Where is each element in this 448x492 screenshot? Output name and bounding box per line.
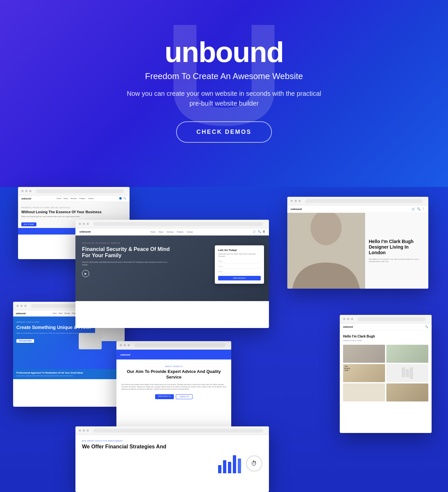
browser-bar-5 (116, 341, 231, 350)
card3-content: Hello I'm Clark Bugh Designer Living In … (287, 213, 428, 289)
browser-url (93, 429, 263, 433)
card2-form-name[interactable]: Name (218, 260, 261, 263)
demo-card-portfolio[interactable]: unbound 🔍 Hello I'm Clark Bugh Designer … (340, 315, 432, 433)
card2-form-submit[interactable]: SEND REQUEST (218, 276, 261, 280)
demo-card-financial[interactable]: unbound Home About Services Projects Con… (75, 220, 269, 328)
card7-chart-area: ⏱ (216, 452, 262, 475)
card1-nav-icons: 🔵 🔍 (119, 197, 126, 200)
card7-content: BUD SMART EFFECTIVE MANAGEMENT We Offer … (75, 435, 269, 492)
card2-nav-links: Home About Services Projects Contact (151, 231, 193, 233)
demo-card-portrait[interactable]: unbound 🛒 🔍 ⋮ Hello I'm Cla (287, 197, 428, 289)
card2-hero-content: SPECIALIST IN FINANCIAL SERVICE Financia… (82, 242, 174, 277)
browser-url (357, 317, 426, 321)
browser-dot (87, 429, 89, 432)
browser-dot (79, 429, 81, 432)
card4-hero-btn[interactable]: DISCOVER MORE (16, 339, 34, 343)
card1-hero-sub: PROMOTE PRODUCTS AND ONLINE SERVICES (21, 207, 126, 209)
card2-desc: Keep the whole family comfortable with f… (82, 261, 174, 266)
card5-desc: Sed maximus risus tristique viverra dapi… (121, 383, 226, 391)
browser-dot (24, 305, 27, 307)
svg-rect-3 (223, 460, 226, 473)
portfolio-item-4 (386, 364, 428, 382)
portfolio-item-1 (343, 345, 385, 363)
check-demos-button[interactable]: CHECK DEMOS (176, 121, 272, 143)
browser-url (134, 343, 225, 347)
browser-bar-2 (75, 220, 269, 228)
card5-buttons: MORE ABOUT US CONTACT US (121, 394, 226, 399)
card6-logo: unbound (343, 326, 353, 328)
card6-sub: Designer Living In London (343, 339, 428, 341)
svg-rect-2 (218, 465, 221, 473)
card2-form-email[interactable]: Email (218, 271, 261, 274)
financial-chart (216, 452, 243, 475)
card1-nav: unbound Home About Services Projects Con… (18, 195, 130, 202)
browser-dot (83, 223, 85, 225)
card4-bottom: Professional Approach To Realization Of … (13, 369, 125, 379)
browser-dot (351, 318, 353, 320)
hero-subtitle: Freedom To Create An Awesome Website (145, 71, 303, 81)
clock-icon: ⏱ (246, 455, 262, 472)
portfolio-item-6 (386, 383, 428, 401)
card5-sub: ABOUT AGENCIX (121, 365, 226, 367)
browser-dot (87, 223, 89, 225)
portfolio-item-2 (386, 345, 428, 363)
card2-play-button[interactable]: ▶ (82, 270, 89, 277)
card2-title: Financial Security & Peace Of Mind For Y… (82, 246, 174, 258)
card5-contact-btn[interactable]: CONTACT US (176, 394, 193, 399)
card2-sub: SPECIALIST IN FINANCIAL SERVICE (82, 242, 174, 244)
browser-dot (20, 305, 23, 307)
card6-nav: unbound 🔍 (340, 323, 432, 331)
browser-bar-7 (75, 426, 269, 435)
browser-dot (83, 429, 85, 432)
svg-rect-4 (228, 462, 231, 473)
card3-person-image (287, 213, 365, 289)
card4-bottom-title: Professional Approach To Realization Of … (16, 372, 121, 374)
demo-card-financial-bottom[interactable]: BUD SMART EFFECTIVE MANAGEMENT We Offer … (75, 426, 269, 492)
portfolio-item-5 (343, 383, 385, 401)
browser-dot (124, 344, 126, 346)
card5-content-area: ABOUT AGENCIX Our Aim To Provide Expert … (116, 359, 231, 405)
svg-rect-6 (238, 459, 241, 473)
browser-dot (291, 200, 293, 202)
hero-title: unbound (165, 38, 283, 67)
card6-body: Hello I'm Clark Bugh Designer Living In … (340, 331, 432, 405)
card1-hero-btn[interactable]: BUY IT NOW (21, 222, 36, 226)
browser-url (93, 222, 263, 226)
card2-logo: unbound (79, 230, 91, 233)
browser-dot (128, 344, 130, 346)
card3-text-title: Hello I'm Clark Bugh Designer Living In … (369, 239, 425, 255)
browser-dot (120, 344, 122, 346)
card2-content: unbound Home About Services Projects Con… (75, 228, 269, 328)
card5-more-about-btn[interactable]: MORE ABOUT US (155, 394, 174, 399)
browser-bar-6 (340, 315, 432, 323)
card3-nav: unbound 🛒 🔍 ⋮ (287, 205, 428, 213)
card1-hero-title: Without Losing The Essence Of Your Busin… (21, 210, 126, 214)
browser-dot (79, 223, 81, 225)
card2-form-sub: Organically grow the holistic world view… (218, 253, 261, 257)
card5-header: unbound (116, 350, 231, 359)
browser-url (305, 199, 422, 203)
card1-hero-desc: Nullam rutrum blandit aget nunc varius i… (21, 216, 126, 218)
card5-logo: unbound (120, 354, 130, 356)
card6-content: unbound 🔍 Hello I'm Clark Bugh Designer … (340, 323, 432, 433)
browser-bar-1 (18, 187, 130, 195)
card6-grid: TheBrightSide (343, 345, 428, 401)
card2-hero: SPECIALIST IN FINANCIAL SERVICE Financia… (75, 236, 269, 301)
card4-device-sub (79, 333, 102, 349)
card2-nav: unbound Home About Services Projects Con… (75, 228, 269, 236)
portfolio-item-3: TheBrightSide (343, 364, 385, 382)
card6-search-icon: 🔍 (425, 325, 428, 328)
card6-title: Hello I'm Clark Bugh (343, 335, 428, 338)
hero-description: Now you can create your own website in s… (126, 89, 322, 108)
browser-dot (347, 318, 349, 320)
card7-sub: BUD SMART EFFECTIVE MANAGEMENT (82, 440, 262, 442)
browser-dot (25, 190, 28, 192)
card3-text-desc: Sed dapibus car et interdum. Lare vitid … (369, 258, 425, 263)
card4-logo: unbound (16, 312, 26, 315)
demos-section: unbound Home About Services Projects Con… (0, 187, 448, 492)
card2-form-phone[interactable]: Phone (218, 265, 261, 269)
card3-logo: unbound (291, 208, 302, 211)
browser-dot (29, 190, 31, 192)
browser-dot (343, 318, 345, 320)
browser-dot (295, 200, 297, 202)
